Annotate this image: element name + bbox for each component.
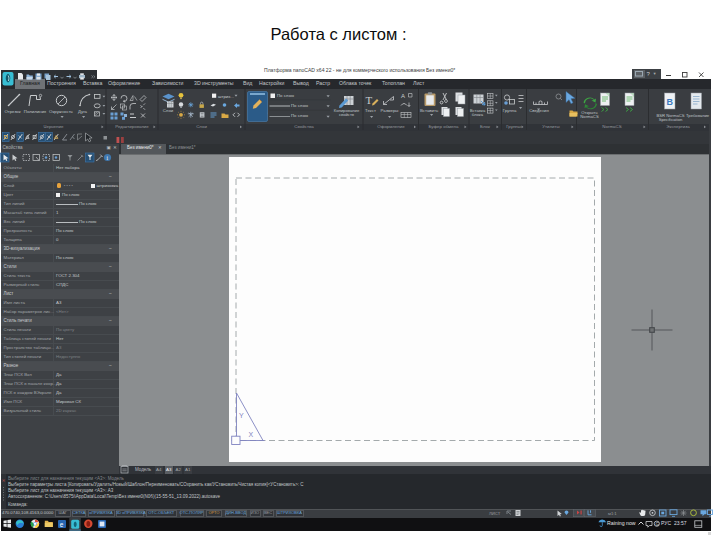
svg-text:штрих...: штрих... xyxy=(218,94,234,99)
svg-text:B: B xyxy=(667,97,674,107)
svg-text:A: A xyxy=(401,93,405,99)
svg-text:X: X xyxy=(249,431,254,438)
svg-text:Y: Y xyxy=(239,412,244,419)
svg-text:e: e xyxy=(60,521,64,528)
svg-text:G: G xyxy=(655,522,659,527)
svg-text:T: T xyxy=(366,94,373,106)
